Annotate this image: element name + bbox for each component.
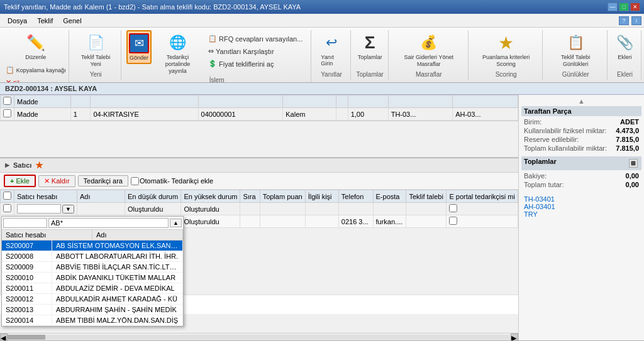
toplamlar-button[interactable]: Σ Toplamlar [353,30,387,63]
dropdown-item-2[interactable]: S200009 ABBVİE TIBBİ İLAÇLAR SAN.TİC.LTD… [2,262,183,273]
info-bar-text: BZD2-000134 : AYSEL KAYA [5,85,97,92]
supplier-select-all[interactable] [3,192,11,200]
tedarikci-ara-button[interactable]: Tedarikçi ara [78,175,128,187]
satici-toolbar: + Ekle ✕ Kaldır Tedarikçi ara Otomatik- … [0,173,518,190]
scroll-left-btn[interactable]: ◀ [0,333,8,341]
tedarikci-portal-button[interactable]: 🌐 Tedarikçi portalinde yayınla [153,30,203,77]
toplamlar-label: Toplamlar [356,71,383,78]
duzenle-button[interactable]: ✏️ Düzenle [21,30,50,63]
supplier-max-status-2: Oluşturuldu [181,215,240,228]
supplier-dropdown[interactable]: ▲ Satıcı hesabı Adı S200007 AB SİSTEM OT… [1,216,184,327]
dropdown-header: Satıcı hesabı Adı [2,230,183,241]
birim-row: Birim: ADET [521,117,641,126]
dropdown-item-5[interactable]: S200012 ABDULKADİR AHMET KARADAĞ - KÜ [2,294,183,305]
sair-button[interactable]: 💰 Sair Giderleri Yönet Masraflar [394,30,464,70]
cell-cat: 04-KIRTASIYE [91,108,198,121]
supplier-portal-2 [447,215,518,228]
dropdown-item-0[interactable]: S200007 AB SİSTEM OTOMASYON ELK.SAN.Dİ [2,241,183,251]
yanit-button[interactable]: ↩ Yanıt Girin [316,30,346,69]
h-scroll-track[interactable] [8,335,511,340]
toplam-label: Toplam kullanılabilir miktar: [524,144,607,152]
dropdown-item-4[interactable]: S200011 ABDULAZİZ DEMİR - DEVA MEDİKAL [2,283,183,294]
puanlama-button[interactable]: ★ Puanlama kriterleri Scoring [474,30,538,70]
gonder-button[interactable]: ✉ Gönder [126,30,152,64]
portal-checkbox-1[interactable] [449,204,457,212]
maximize-button[interactable]: □ [619,3,629,11]
h-scrollbar-bottom[interactable]: ◀ ▶ [0,333,518,340]
h-scroll-thumb[interactable] [8,335,45,340]
dropdown-code-input[interactable] [3,218,47,228]
duzenle-buttons: ✏️ Düzenle [21,30,50,63]
ekle-button[interactable]: + Ekle [4,175,36,187]
yanitlari-button[interactable]: ⇔ Yanıtları Karşılaştır [204,45,307,57]
top-table-area[interactable]: Madde Madde 1 [0,95,518,158]
supplier-name-1 [77,203,125,215]
supplier-portal-1 [447,203,518,215]
link-try[interactable]: TRY [524,210,639,218]
kullanilabilir-label: Kullanılabilir fiziksel miktar: [524,127,606,134]
right-panel: ▲ Taraftan Parça Birim: ADET Kullanılabi… [518,95,644,340]
help-question-button[interactable]: ? [619,16,629,25]
dropdown-item-3[interactable]: S200010 ABDİK DAYANIKLI TÜKETİM MALLAR [2,273,183,283]
otomatik-checkbox[interactable] [131,177,139,185]
gunlukler-button[interactable]: 📋 Teklif Talebi Günlükleri [548,30,603,70]
col-extra [336,95,348,108]
dropdown-item-6[interactable]: S200013 ABDURRAHIM ŞAHİN - ŞAHİN MEDİK [2,305,183,315]
dropdown-scroll-up[interactable]: ▲ [170,219,182,227]
rfq-cevap-button[interactable]: 📋 RFQ cevapları varsayılan... [204,33,307,45]
supplier-dropdown-btn-1[interactable]: ▼ [62,205,74,214]
supplier-checkbox-1[interactable] [3,204,11,212]
row-checkbox[interactable] [3,109,11,117]
duzenle-icon: ✏️ [26,33,46,53]
h-scrollbar-top[interactable] [0,121,518,128]
plus-icon: + [10,177,14,185]
dropdown-item-7[interactable]: S200014 ABEM TIBBİ MALZ.YÖN.DAN.SAN.DİŞ [2,315,183,326]
sil-button[interactable]: ✕ Sil [1,77,70,83]
link-th[interactable]: TH-03401 [524,195,639,203]
dropdown-search-input[interactable] [48,218,169,228]
th-telefon: Telefon [338,190,373,203]
bakiye-label: Bakiye: [524,172,547,180]
kullanilabilir-value: 4.473,0 [616,127,639,134]
close-window-button[interactable]: ✕ [630,3,640,11]
scroll-right-btn[interactable]: ▶ [511,333,518,341]
supplier-email-2: furkan.... [373,215,406,228]
bakiye-value: 0,00 [626,172,639,180]
satici-star: ★ [35,160,43,170]
rezerve-value: 7.815,0 [616,136,639,143]
kopyalama-button[interactable]: 📋 Kopyalama kaynağı [1,64,70,76]
dropdown-item-1[interactable]: S200008 ABBOTT LABORATUARLARI İTH. İHR. [2,251,183,262]
minimize-button[interactable]: — [608,3,618,11]
portal-checkbox-2[interactable] [449,217,457,225]
menu-teklif[interactable]: Teklif [32,16,58,26]
right-panel-scroll-up[interactable]: ▲ [521,97,641,105]
birim-value: ADET [620,118,639,126]
menu-dosya[interactable]: Dosya [3,16,32,26]
select-all-checkbox[interactable] [3,97,11,105]
kullanilabilir-row: Kullanılabilir fiziksel miktar: 4.473,0 [521,126,641,135]
table-row[interactable]: Madde 1 04-KIRTASIYE 040000001 Kalem 1,0… [1,108,518,121]
toplamlar-title-text: Toplamlar [524,158,557,169]
dropdown-list[interactable]: S200007 AB SİSTEM OTOMASYON ELK.SAN.Dİ S… [2,241,183,326]
islem-group-label: İşlem [209,77,225,83]
supplier-row-1[interactable]: ▼ Oluşturuldu Oluşturuldu [1,203,518,215]
supplier-account-input-1[interactable] [17,204,61,214]
col-ref1 [388,95,452,108]
window-controls: — □ ✕ [608,3,640,11]
help-icon-button[interactable]: i [631,16,641,25]
teklif-talebi-button[interactable]: 📄 Teklif Talebi Yeni [74,30,117,70]
supplier-sira-2 [240,215,260,228]
cell-num: 1 [70,108,91,121]
copy-icon: 📋 [6,66,14,74]
link-ah[interactable]: AH-03401 [524,203,639,210]
toplam-tutar-label: Toplam tutar: [524,181,564,188]
ekleri-button[interactable]: 📎 Ekleri [611,30,640,63]
menu-genel[interactable]: Genel [58,16,86,26]
supplier-table-area[interactable]: Satıcı hesabı Adı En düşük durum En yüks… [0,190,518,333]
col-ref2 [453,95,518,108]
col-qty [348,95,388,108]
ribbon-group-gunlukler: 📋 Teklif Talebi Günlükleri Günlükler [544,30,608,80]
fiyat-button[interactable]: 💲 Fiyat tekliflerini aç [204,58,307,70]
kaldir-button[interactable]: ✕ Kaldır [38,175,75,187]
toplamlar-expand-btn[interactable]: ⊞ [629,159,638,168]
